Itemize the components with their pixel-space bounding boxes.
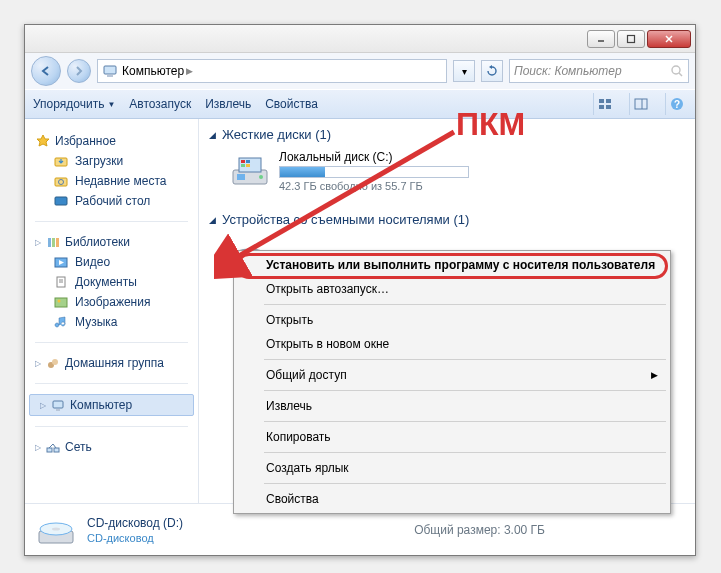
- sidebar-header-computer[interactable]: ▷Компьютер: [29, 394, 194, 416]
- refresh-icon: [486, 65, 498, 77]
- menu-separator: [264, 421, 666, 422]
- sidebar-item-music[interactable]: Музыка: [25, 312, 198, 332]
- nav-back-button[interactable]: [31, 56, 61, 86]
- svg-rect-1: [628, 35, 635, 42]
- sidebar-item-downloads[interactable]: Загрузки: [25, 151, 198, 171]
- svg-rect-20: [48, 238, 51, 247]
- breadcrumb-computer[interactable]: Компьютер ▶: [122, 64, 193, 78]
- sidebar-item-label: Музыка: [75, 315, 117, 329]
- menu-item-open-new-window[interactable]: Открыть в новом окне: [236, 332, 668, 356]
- refresh-button[interactable]: [481, 60, 503, 82]
- sidebar-homegroup: ▷Домашняя группа: [25, 353, 198, 373]
- nav-forward-button[interactable]: [67, 59, 91, 83]
- pane-icon: [634, 97, 648, 111]
- menu-item-eject[interactable]: Извлечь: [236, 394, 668, 418]
- preview-pane-button[interactable]: [629, 93, 651, 115]
- address-row: Компьютер ▶ ▾ Поиск: Компьютер: [25, 53, 695, 89]
- address-bar[interactable]: Компьютер ▶: [97, 59, 447, 83]
- autoplay-button[interactable]: Автозапуск: [129, 97, 191, 111]
- menu-item-share[interactable]: Общий доступ▶: [236, 363, 668, 387]
- menu-item-label: Открыть: [266, 313, 313, 327]
- search-placeholder: Поиск: Компьютер: [514, 64, 622, 78]
- search-box[interactable]: Поиск: Компьютер: [509, 59, 689, 83]
- help-button[interactable]: ?: [665, 93, 687, 115]
- view-icon: [598, 97, 612, 111]
- sidebar-divider: [35, 383, 188, 384]
- menu-item-copy[interactable]: Копировать: [236, 425, 668, 449]
- svg-point-50: [52, 527, 60, 530]
- sidebar-item-label: Видео: [75, 255, 110, 269]
- menu-item-properties[interactable]: Свойства: [236, 487, 668, 511]
- sidebar-divider: [35, 426, 188, 427]
- sidebar-header-network[interactable]: ▷Сеть: [25, 437, 198, 457]
- arrow-left-icon: [39, 64, 53, 78]
- address-history-button[interactable]: ▾: [453, 60, 475, 82]
- organize-label: Упорядочить: [33, 97, 104, 111]
- sidebar-item-label: Загрузки: [75, 154, 123, 168]
- pictures-icon: [53, 294, 69, 310]
- sidebar-item-label: Рабочий стол: [75, 194, 150, 208]
- video-icon: [53, 254, 69, 270]
- properties-label: Свойства: [265, 97, 318, 111]
- expand-icon: ▷: [40, 401, 46, 410]
- svg-rect-27: [55, 298, 67, 307]
- menu-item-label: Создать ярлык: [266, 461, 349, 475]
- organize-button[interactable]: Упорядочить ▼: [33, 97, 115, 111]
- svg-point-30: [52, 359, 58, 365]
- menu-item-label: Общий доступ: [266, 368, 347, 382]
- navigation-pane: Избранное Загрузки Недавние места Рабочи…: [25, 119, 199, 503]
- submenu-arrow-icon: ▶: [651, 370, 658, 380]
- svg-point-28: [58, 300, 61, 303]
- sidebar-label: Библиотеки: [65, 235, 130, 249]
- svg-rect-4: [104, 66, 116, 74]
- sidebar-label: Домашняя группа: [65, 356, 164, 370]
- details-total: Общий размер: 3.00 ГБ: [414, 523, 545, 537]
- desktop-icon: [53, 193, 69, 209]
- folder-icon: [53, 153, 69, 169]
- arrow-right-icon: [73, 65, 85, 77]
- expand-icon: ▷: [35, 238, 41, 247]
- svg-text:?: ?: [673, 99, 679, 110]
- chevron-down-icon: ▼: [107, 100, 115, 109]
- libraries-icon: [45, 234, 61, 250]
- sidebar-header-libraries[interactable]: ▷Библиотеки: [25, 232, 198, 252]
- network-icon: [45, 439, 61, 455]
- sidebar-network: ▷Сеть: [25, 437, 198, 457]
- eject-button[interactable]: Извлечь: [205, 97, 251, 111]
- menu-item-label: Свойства: [266, 492, 319, 506]
- svg-rect-12: [635, 99, 647, 109]
- titlebar: [25, 25, 695, 53]
- svg-line-35: [49, 444, 53, 448]
- sidebar-item-documents[interactable]: Документы: [25, 272, 198, 292]
- sidebar-item-videos[interactable]: Видео: [25, 252, 198, 272]
- close-button[interactable]: [647, 30, 691, 48]
- documents-icon: [53, 274, 69, 290]
- breadcrumb-label: Компьютер: [122, 64, 184, 78]
- svg-rect-8: [599, 99, 604, 103]
- menu-separator: [264, 483, 666, 484]
- computer-icon: [50, 397, 66, 413]
- autoplay-label: Автозапуск: [129, 97, 191, 111]
- properties-button[interactable]: Свойства: [265, 97, 318, 111]
- sidebar-item-desktop[interactable]: Рабочий стол: [25, 191, 198, 211]
- sidebar-header-favorites[interactable]: Избранное: [25, 131, 198, 151]
- minimize-icon: [596, 34, 606, 44]
- menu-item-open[interactable]: Открыть: [236, 308, 668, 332]
- maximize-button[interactable]: [617, 30, 645, 48]
- menu-item-create-shortcut[interactable]: Создать ярлык: [236, 456, 668, 480]
- svg-rect-34: [54, 448, 59, 452]
- minimize-button[interactable]: [587, 30, 615, 48]
- sidebar-item-recent[interactable]: Недавние места: [25, 171, 198, 191]
- chevron-down-icon: ▾: [462, 66, 467, 77]
- recent-icon: [53, 173, 69, 189]
- command-bar: Упорядочить ▼ Автозапуск Извлечь Свойств…: [25, 89, 695, 119]
- sidebar-item-pictures[interactable]: Изображения: [25, 292, 198, 312]
- menu-item-open-autoplay[interactable]: Открыть автозапуск…: [236, 277, 668, 301]
- menu-item-label: Открыть автозапуск…: [266, 282, 389, 296]
- maximize-icon: [626, 34, 636, 44]
- view-button[interactable]: [593, 93, 615, 115]
- cd-drive-icon: [35, 509, 77, 551]
- sidebar-header-homegroup[interactable]: ▷Домашняя группа: [25, 353, 198, 373]
- search-icon: [670, 64, 684, 78]
- sidebar-label: Сеть: [65, 440, 92, 454]
